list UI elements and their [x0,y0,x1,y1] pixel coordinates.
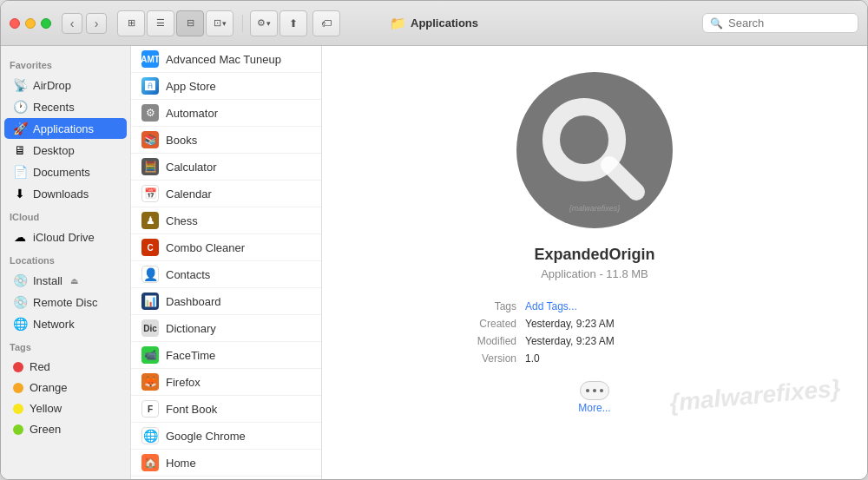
sidebar-item-install[interactable]: 💿 Install ⏏ [4,270,127,291]
sidebar-section-locations: Locations [1,248,130,269]
file-name: Home [166,457,196,470]
file-item-calculator[interactable]: 🧮 Calculator [131,154,321,181]
preview-panel: {malwarefixes} {malwarefixes} ExpandedOr… [322,46,867,479]
green-tag-dot [13,424,23,435]
file-item-automator[interactable]: ⚙ Automator [131,100,321,127]
file-name: App Store [166,80,216,93]
sidebar-item-network[interactable]: 🌐 Network [4,313,127,334]
file-name: Books [166,134,197,147]
app-icon: ♟ [141,212,159,229]
file-item-home[interactable]: 🏠 Home [131,450,321,477]
created-label: Created [456,318,516,330]
preview-meta: Tags Add Tags... Created Yesterday, 9:23… [456,298,733,367]
downloads-icon: ⬇ [13,187,27,201]
sidebar-item-airdrop[interactable]: 📡 AirDrop [4,75,127,95]
recents-icon: 🕐 [13,100,27,114]
file-item-firefox[interactable]: 🦊 Firefox [131,369,321,396]
sidebar-item-label: Yellow [30,402,62,415]
file-item-google-chrome[interactable]: 🌐 Google Chrome [131,423,321,450]
file-name: Contacts [166,268,210,281]
window-title: 📁 Applications [390,16,478,31]
watermark-text: {malwarefixes} [668,374,842,417]
app-icon: 🧮 [141,158,159,175]
sidebar-item-tag-red[interactable]: Red [4,357,127,377]
sidebar-item-desktop[interactable]: 🖥 Desktop [4,140,127,161]
eject-icon[interactable]: ⏏ [70,276,78,286]
minimize-button[interactable] [25,18,36,29]
file-item-contacts[interactable]: 👤 Contacts [131,261,321,288]
file-name: Calculator [166,161,217,174]
svg-line-1 [609,165,636,192]
file-name: Automator [166,107,218,120]
sidebar-item-tag-orange[interactable]: Orange [4,378,127,398]
file-item-advanced-mac-tuneup[interactable]: AMT Advanced Mac Tuneup [131,46,321,73]
dot [593,389,596,392]
tag-button[interactable]: 🏷 [312,10,340,36]
more-dots [580,381,609,400]
app-icon: AMT [141,50,159,68]
file-name: Google Chrome [166,430,246,443]
sidebar-item-label: Recents [33,101,75,114]
action-button[interactable]: ⚙▾ [250,10,278,36]
view-icon-button[interactable]: ⊞ [117,10,145,36]
forward-button[interactable]: › [86,13,107,34]
sidebar-item-label: Documents [33,166,90,179]
remote-disc-icon: 💿 [13,295,27,309]
sidebar-item-label: iCloud Drive [33,231,95,244]
sidebar-item-label: Downloads [33,187,89,201]
back-button[interactable]: ‹ [62,13,82,34]
file-item-chess[interactable]: ♟ Chess [131,207,321,234]
file-item-calendar[interactable]: 📅 Calendar [131,181,321,207]
preview-app-subtitle: Application - 11.8 MB [541,267,648,280]
sidebar-item-applications[interactable]: 🚀 Applications [4,118,127,139]
file-item-dashboard[interactable]: 📊 Dashboard [131,288,321,315]
sidebar-item-label: AirDrop [33,79,71,92]
app-icon: F [141,400,159,418]
modified-value: Yesterday, 9:23 AM [525,335,615,347]
sidebar-item-downloads[interactable]: ⬇ Downloads [4,183,127,204]
file-name: Advanced Mac Tuneup [166,53,281,66]
sidebar-item-icloud-drive[interactable]: ☁ iCloud Drive [4,227,127,247]
file-name: Dictionary [166,322,216,335]
app-icon: 🅰 [141,77,159,95]
file-item-app-store[interactable]: 🅰 App Store [131,73,321,100]
file-item-image-capture[interactable]: 📷 Image Capture [131,477,321,479]
sidebar-item-recents[interactable]: 🕐 Recents [4,96,127,117]
view-column-button[interactable]: ⊟ [176,10,204,36]
close-button[interactable] [10,18,20,29]
app-icon: 📅 [141,185,159,202]
more-button[interactable]: More... [578,381,610,414]
file-item-facetime[interactable]: 📹 FaceTime [131,342,321,369]
file-item-dictionary[interactable]: Dic Dictionary [131,315,321,342]
tags-label: Tags [456,300,516,312]
app-icon: 👤 [141,266,159,283]
app-icon: Dic [141,319,159,337]
sidebar-item-label: Desktop [33,144,75,157]
search-icon: 🔍 [710,17,723,30]
view-list-button[interactable]: ☰ [147,10,174,36]
search-bar[interactable]: 🔍 [702,13,858,33]
preview-app-svg [534,89,655,211]
tags-value[interactable]: Add Tags... [525,300,577,312]
share-button[interactable]: ⬆ [279,10,307,36]
app-icon: C [141,239,159,256]
app-icon: 📊 [141,293,159,310]
file-list: AMT Advanced Mac Tuneup 🅰 App Store ⚙ Au… [131,46,322,479]
file-item-font-book[interactable]: F Font Book [131,396,321,423]
meta-modified-row: Modified Yesterday, 9:23 AM [456,332,733,350]
install-icon: 💿 [13,273,27,287]
created-value: Yesterday, 9:23 AM [525,318,615,330]
sidebar-item-tag-yellow[interactable]: Yellow [4,398,127,418]
sidebar-item-remote-disc[interactable]: 💿 Remote Disc [4,292,127,312]
sidebar-item-tag-green[interactable]: Green [4,419,127,439]
maximize-button[interactable] [41,18,51,29]
view-gallery-button[interactable]: ⊡▾ [206,10,233,36]
search-input[interactable] [728,16,851,30]
meta-created-row: Created Yesterday, 9:23 AM [456,315,733,332]
sidebar-section-icloud: iCloud [1,205,130,226]
sidebar-section-favorites: Favorites [1,53,130,74]
sidebar-item-documents[interactable]: 📄 Documents [4,161,127,182]
file-item-books[interactable]: 📚 Books [131,127,321,154]
file-item-combo-cleaner[interactable]: C Combo Cleaner [131,234,321,261]
app-icon: 📚 [141,131,159,148]
